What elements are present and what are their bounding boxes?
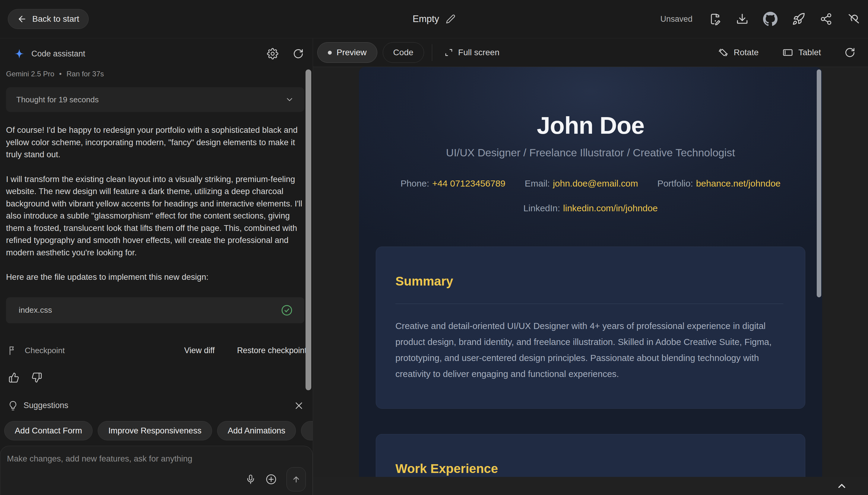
deploy-button[interactable] [792, 12, 805, 25]
assistant-refresh-button[interactable] [293, 48, 304, 59]
check-circle-icon [281, 304, 293, 316]
active-dot [328, 51, 332, 55]
preview-toolbar: Preview Code Full screen [313, 38, 868, 67]
rotate-device-icon [718, 47, 729, 58]
edit-title-button[interactable] [446, 14, 456, 24]
refresh-icon [845, 47, 855, 58]
contact-email: Email:john.doe@email.com [525, 178, 638, 189]
download-button[interactable] [736, 13, 748, 25]
contact-phone-link[interactable]: +44 07123456789 [432, 178, 506, 188]
rendered-site: John Doe UI/UX Designer / Freelance Illu… [359, 67, 822, 477]
summary-divider [395, 304, 783, 304]
back-to-start-label: Back to start [32, 14, 79, 24]
preview-canvas: John Doe UI/UX Designer / Freelance Illu… [313, 67, 868, 477]
work-experience-heading: Work Experience [395, 461, 783, 476]
sidebar-scrollbar[interactable] [305, 69, 311, 390]
main-split: Code assistant Gemini 2.5 Pro • Ran for … [0, 38, 868, 495]
feedback-row [8, 372, 313, 383]
contact-portfolio-label: Portfolio: [657, 178, 693, 188]
suggestion-pill-animations[interactable]: Add Animations [217, 421, 296, 440]
site-hero-name: John Doe [359, 67, 822, 139]
contact-phone-label: Phone: [401, 178, 429, 188]
code-assistant-panel: Code assistant Gemini 2.5 Pro • Ran for … [0, 38, 313, 495]
spark-icon [14, 48, 25, 59]
send-button[interactable] [286, 467, 306, 491]
device-controls: Rotate Tablet [718, 47, 855, 58]
prompt-input[interactable] [7, 454, 266, 464]
preview-refresh-button[interactable] [845, 47, 855, 58]
contact-portfolio-link[interactable]: behance.net/johndoe [696, 178, 781, 188]
preview-scrollbar[interactable] [817, 69, 821, 297]
thumbs-up-button[interactable] [8, 372, 19, 383]
thumbs-up-icon [8, 372, 19, 383]
download-icon [736, 13, 748, 25]
assistant-settings-button[interactable] [267, 48, 278, 59]
flag-icon [8, 346, 18, 356]
tab-code[interactable]: Code [383, 42, 424, 63]
mic-button[interactable] [246, 474, 256, 484]
device-select-button[interactable]: Tablet [782, 47, 821, 58]
checkpoint-actions: View diff Restore checkpoint [184, 346, 307, 355]
attach-button[interactable] [265, 474, 277, 485]
assistant-message: Of course! I'd be happy to redesign your… [6, 124, 305, 284]
contact-email-link[interactable]: john.doe@email.com [553, 178, 638, 188]
contact-linkedin-link[interactable]: linkedin.com/in/johndoe [563, 203, 658, 213]
gear-icon [267, 48, 278, 59]
view-diff-button[interactable]: View diff [184, 346, 215, 355]
contact-portfolio: Portfolio:behance.net/johndoe [657, 178, 781, 189]
summary-body: Creative and detail-oriented UI/UX Desig… [395, 318, 783, 382]
github-icon [763, 12, 778, 26]
site-work-card: Work Experience [376, 434, 805, 477]
device-label: Tablet [798, 48, 821, 57]
thought-summary-toggle[interactable]: Thought for 19 seconds [6, 87, 304, 112]
preview-bottom-bar [313, 477, 868, 495]
link-off-icon [847, 12, 860, 25]
rotate-button[interactable]: Rotate [718, 47, 759, 58]
suggestion-pill-partial[interactable] [301, 421, 313, 440]
message-paragraph-2: I will transform the existing clean layo… [6, 173, 305, 259]
thumbs-down-icon [31, 372, 42, 383]
chevron-up-icon [836, 480, 848, 492]
tab-preview[interactable]: Preview [317, 42, 377, 63]
assistant-panel-title: Code assistant [31, 49, 85, 58]
pencil-icon [446, 14, 456, 24]
thought-summary-label: Thought for 19 seconds [16, 95, 99, 104]
fullscreen-button[interactable]: Full screen [444, 48, 499, 57]
message-paragraph-3: Here are the file updates to implement t… [6, 271, 305, 284]
suggestion-pill-responsiveness[interactable]: Improve Responsiveness [98, 421, 212, 440]
suggestions-header: Suggestions [8, 400, 304, 411]
project-title-group: Empty [412, 14, 456, 24]
run-duration: Ran for 37s [66, 70, 104, 78]
rocket-icon [792, 12, 805, 25]
checkpoint-row: Checkpoint View diff Restore checkpoint [8, 346, 307, 356]
thumbs-down-button[interactable] [31, 372, 42, 383]
contact-linkedin-label: LinkedIn: [523, 203, 560, 213]
tab-preview-label: Preview [337, 48, 367, 57]
contact-phone: Phone:+44 07123456789 [401, 178, 506, 189]
toolbar-divider [432, 44, 432, 61]
prompt-composer [0, 446, 313, 495]
scroll-top-button[interactable] [836, 480, 848, 492]
tab-code-label: Code [393, 48, 413, 57]
model-info-row: Gemini 2.5 Pro • Ran for 37s [6, 70, 313, 78]
github-button[interactable] [763, 12, 778, 26]
plus-circle-icon [265, 474, 277, 485]
file-update-row[interactable]: index.css [6, 297, 304, 323]
restore-checkpoint-button[interactable]: Restore checkpoint [237, 346, 307, 355]
checkpoint-label: Checkpoint [25, 346, 65, 355]
link-visibility-button[interactable] [847, 12, 860, 25]
tablet-icon [782, 47, 794, 58]
back-to-start-button[interactable]: Back to start [8, 9, 89, 29]
composer-controls [246, 467, 306, 491]
suggestion-pill-contact-form[interactable]: Add Contact Form [4, 421, 93, 440]
contact-linkedin: LinkedIn:linkedin.com/in/johndoe [523, 203, 657, 214]
suggestion-pills: Add Contact Form Improve Responsiveness … [4, 421, 313, 440]
share-button[interactable] [820, 13, 832, 25]
suggestions-close-button[interactable] [294, 401, 304, 410]
site-summary-card: Summary Creative and detail-oriented UI/… [376, 246, 805, 409]
close-icon [294, 401, 304, 410]
preview-panel: Preview Code Full screen [313, 38, 868, 495]
summary-heading: Summary [395, 274, 783, 289]
fullscreen-icon [444, 48, 453, 57]
save-app-button[interactable] [709, 13, 722, 25]
